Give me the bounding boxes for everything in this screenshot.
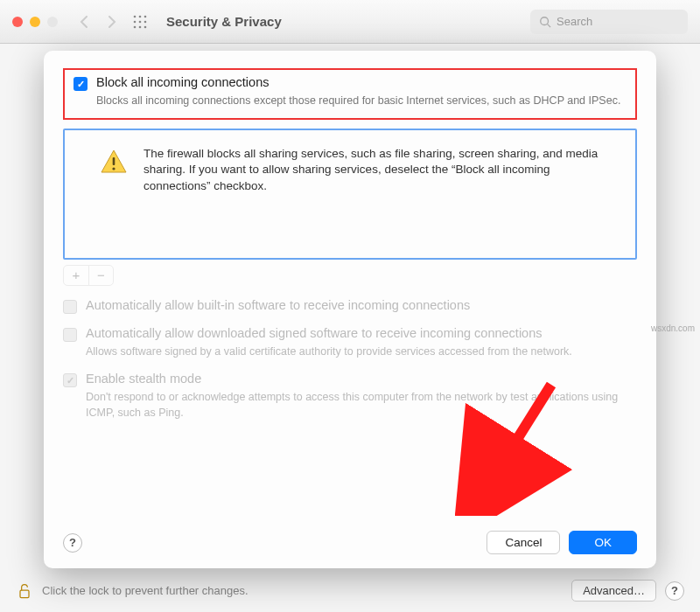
chevron-right-icon: [108, 16, 116, 28]
window-title: Security & Privacy: [166, 14, 282, 29]
watermark: wsxdn.com: [651, 323, 695, 333]
forward-button[interactable]: [102, 11, 122, 32]
highlight-block-all: Block all incoming connections Blocks al…: [63, 68, 637, 120]
remove-app-button[interactable]: −: [88, 266, 113, 285]
svg-point-13: [112, 167, 115, 170]
svg-point-6: [134, 25, 136, 28]
svg-point-4: [139, 20, 142, 23]
opt-builtin-checkbox: [63, 300, 77, 314]
show-all-button[interactable]: [130, 11, 150, 32]
window-toolbar: Security & Privacy Search: [0, 0, 700, 44]
close-window-button[interactable]: [12, 17, 23, 27]
sheet-footer: ? Cancel OK: [63, 517, 637, 554]
lock-footer: Click the lock to prevent further change…: [16, 580, 684, 602]
svg-point-7: [139, 25, 142, 28]
search-field[interactable]: Search: [530, 10, 688, 34]
svg-point-3: [134, 20, 136, 23]
minimize-window-button[interactable]: [30, 17, 40, 27]
opt-signed-row: Automatically allow downloaded signed so…: [63, 326, 637, 360]
firewall-options-sheet: Block all incoming connections Blocks al…: [44, 51, 656, 568]
svg-point-8: [144, 25, 147, 28]
opt-stealth-desc: Don't respond to or acknowledge attempts…: [86, 390, 637, 421]
svg-rect-11: [20, 590, 29, 597]
opt-builtin-label: Automatically allow built-in software to…: [86, 298, 470, 312]
add-app-button[interactable]: +: [64, 266, 88, 285]
svg-point-0: [134, 15, 136, 17]
chevron-left-icon: [80, 16, 88, 28]
block-all-label: Block all incoming connections: [96, 75, 269, 89]
firewall-info-box: The firewall blocks all sharing services…: [63, 129, 637, 260]
opt-signed-desc: Allows software signed by a valid certif…: [86, 344, 637, 360]
warning-icon: [100, 148, 128, 176]
svg-rect-12: [113, 157, 116, 165]
cancel-button[interactable]: Cancel: [486, 531, 560, 554]
traffic-lights: [12, 17, 58, 27]
opt-stealth-row: Enable stealth mode Don't respond to or …: [63, 372, 637, 421]
svg-point-1: [139, 15, 142, 17]
sheet-help-button[interactable]: ?: [63, 533, 82, 553]
block-all-checkbox[interactable]: [74, 77, 88, 91]
opt-stealth-label: Enable stealth mode: [86, 372, 201, 386]
opt-builtin-row: Automatically allow built-in software to…: [63, 298, 637, 314]
lock-icon[interactable]: [16, 582, 33, 600]
svg-point-9: [541, 17, 549, 24]
opt-signed-checkbox: [63, 328, 77, 342]
lock-text: Click the lock to prevent further change…: [42, 584, 248, 597]
add-remove-segment: + −: [63, 265, 114, 286]
help-button[interactable]: ?: [665, 581, 684, 601]
opt-signed-label: Automatically allow downloaded signed so…: [86, 326, 542, 340]
advanced-button[interactable]: Advanced…: [571, 580, 656, 602]
search-icon: [539, 16, 551, 28]
block-all-desc: Blocks all incoming connections except t…: [96, 94, 626, 109]
svg-line-10: [548, 24, 551, 27]
ok-button[interactable]: OK: [569, 531, 637, 554]
svg-point-5: [144, 20, 147, 23]
grid-icon: [133, 15, 147, 29]
firewall-info-text: The firewall blocks all sharing services…: [144, 146, 618, 196]
zoom-window-button[interactable]: [47, 17, 58, 27]
opt-stealth-checkbox: [63, 373, 77, 387]
svg-point-2: [144, 15, 147, 17]
back-button[interactable]: [74, 11, 94, 32]
search-placeholder: Search: [556, 15, 592, 28]
